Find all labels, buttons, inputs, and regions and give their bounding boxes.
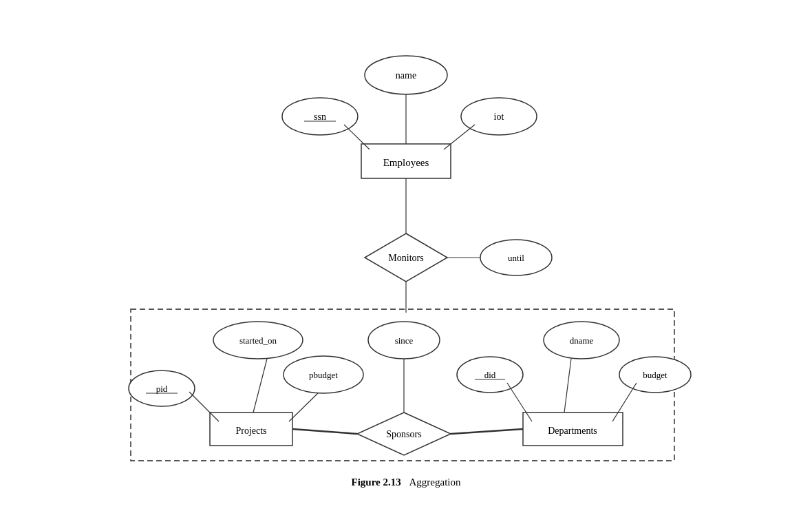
figure-caption: Figure 2.13 Aggregation <box>352 477 461 488</box>
figure-number: Figure 2.13 <box>352 477 401 488</box>
attr-budget: budget <box>643 370 667 380</box>
attr-dname: dname <box>570 335 594 346</box>
attr-name: name <box>396 70 416 81</box>
svg-line-21 <box>289 393 318 421</box>
figure-title: Aggregation <box>409 477 460 488</box>
attr-ssn: ssn <box>314 112 326 122</box>
attr-iot: iot <box>494 112 504 122</box>
svg-line-7 <box>444 125 475 149</box>
svg-line-6 <box>344 125 370 149</box>
svg-line-32 <box>507 383 532 421</box>
svg-line-19 <box>189 392 219 421</box>
attr-until: until <box>508 253 524 263</box>
entity-employees: Employees <box>383 157 429 168</box>
svg-line-33 <box>612 383 637 421</box>
attr-pid: pid <box>156 384 168 394</box>
entity-departments: Departments <box>548 426 597 436</box>
entity-projects: Projects <box>235 426 266 436</box>
attr-pbudget: pbudget <box>309 370 338 380</box>
svg-line-34 <box>451 429 523 434</box>
svg-line-25 <box>292 429 357 434</box>
svg-line-31 <box>564 359 571 413</box>
rel-sponsors: Sponsors <box>386 429 421 439</box>
attr-since: since <box>395 335 414 346</box>
attr-did: did <box>484 370 496 380</box>
diagram-container: name ssn iot Employees Monitors until <box>62 27 750 495</box>
rel-monitors: Monitors <box>388 253 423 263</box>
attr-started-on: started_on <box>239 335 277 346</box>
er-diagram: name ssn iot Employees Monitors until <box>62 27 750 495</box>
svg-line-20 <box>253 359 267 413</box>
